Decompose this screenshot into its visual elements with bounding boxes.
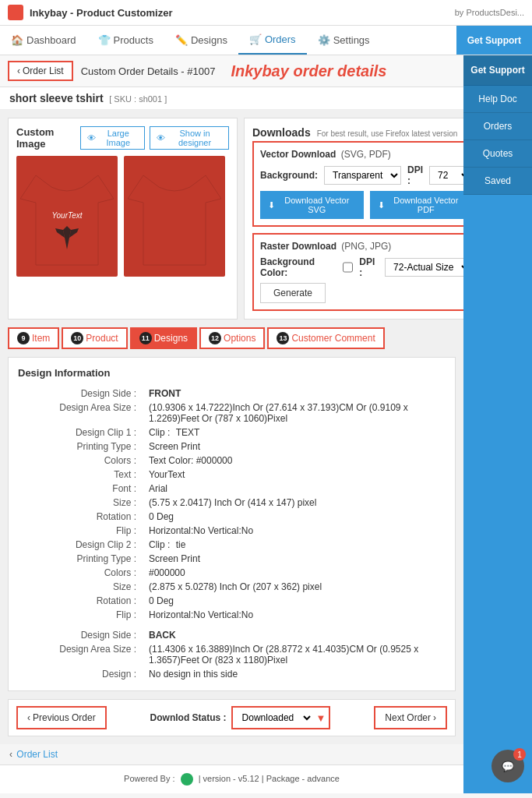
page-title: Inkybay order details (231, 62, 386, 80)
footer-breadcrumb: ‹ Order List (0, 744, 463, 764)
nav-products[interactable]: 👕 Products (87, 26, 164, 54)
previous-order-button[interactable]: ‹ Previous Order (16, 706, 107, 729)
nav-orders[interactable]: 🛒 Orders (238, 26, 307, 55)
eye-icon: 👁 (87, 133, 96, 143)
dpi-raster-label: DPI : (359, 256, 379, 278)
dpi-label: DPI : (407, 164, 423, 186)
app-logo-icon (8, 5, 23, 20)
footer-version: version - v5.12 (203, 774, 259, 783)
design-info-table: Design Side : FRONT Design Area Size : (… (18, 387, 446, 681)
tab-item[interactable]: 9 Item (8, 327, 59, 349)
download-pdf-button[interactable]: ⬇ Download Vector PDF (370, 191, 463, 219)
footer-powered: Powered By : (124, 774, 174, 783)
download-icon-pdf: ⬇ (378, 200, 385, 210)
product-name: short sleeve tshirt (9, 92, 104, 104)
background-label: Background: (260, 170, 318, 181)
clip1-value: TEXT (176, 427, 200, 438)
colors2-value: #000000 (149, 567, 185, 578)
custom-image-label: Custom Image (16, 126, 76, 150)
products-icon: 👕 (98, 34, 111, 46)
large-image-button[interactable]: 👁 Large Image (80, 126, 145, 150)
print-type1-value: Screen Print (149, 441, 200, 452)
tab-product[interactable]: 10 Product (62, 327, 127, 349)
vector-download-title: Vector Download (260, 149, 336, 160)
background-select[interactable]: Transparent White Black (324, 166, 401, 185)
dpi-raster-select[interactable]: 72-Actual Size 150 300 (385, 258, 463, 277)
print-type2-value: Screen Print (149, 553, 200, 564)
text1-value: YourText (149, 469, 185, 480)
orders-icon: 🛒 (249, 34, 262, 45)
tshirt-svg-back (128, 160, 221, 273)
chat-badge: 1 (513, 748, 526, 761)
dashboard-icon: 🏠 (11, 34, 23, 46)
download-svg-button[interactable]: ⬇ Download Vector SVG (260, 191, 364, 219)
get-support-side-button[interactable]: Get Support (463, 55, 532, 86)
footer-logo-icon (181, 773, 193, 786)
chevron-right-next-icon: › (433, 712, 436, 723)
settings-icon: ⚙️ (318, 34, 330, 46)
chat-bubble[interactable]: 💬 1 (491, 750, 524, 782)
bg-color-label: Background Color: (260, 256, 336, 278)
tab-options[interactable]: 12 Options (199, 327, 265, 349)
design-side-value: FRONT (149, 388, 181, 399)
powered-by: by ProductsDesi... (455, 8, 524, 17)
downloads-note: For best result, use Firefox latest vers… (317, 129, 458, 138)
status-dropdown-icon: ▼ (313, 712, 329, 724)
back-design-value: No design in this side (149, 669, 238, 680)
downloads-title: Downloads (252, 126, 311, 139)
vector-subtitle: (SVG, PDF) (341, 149, 391, 160)
nav-dashboard[interactable]: 🏠 Dashboard (0, 26, 87, 54)
flip2-value: Horizontal:No Vertical:No (149, 609, 253, 620)
product-image-back (124, 156, 225, 277)
product-sku: [ SKU : sh001 ] (109, 94, 167, 104)
saved-button[interactable]: Saved (463, 168, 532, 195)
clip2-value: tie (176, 539, 186, 550)
size1-value: (5.75 x 2.0417) Inch Or (414 x 147) pixe… (149, 497, 316, 508)
nav-designs[interactable]: ✏️ Designs (164, 26, 238, 54)
rotation2-value: 0 Deg (149, 595, 174, 606)
rotation1-value: 0 Deg (149, 511, 174, 522)
area-size-value: (10.9306 x 14.7222)Inch Or (27.614 x 37.… (149, 402, 408, 424)
download-icon-svg: ⬇ (268, 200, 275, 210)
get-support-button[interactable]: Get Support (456, 26, 532, 55)
design-info-title: Design Information (18, 367, 446, 379)
chevron-left-prev-icon: ‹ (27, 712, 30, 723)
footer-order-list-link[interactable]: Order List (16, 749, 58, 760)
chat-icon: 💬 (502, 761, 514, 772)
generate-button[interactable]: Generate (260, 283, 326, 303)
nav-settings[interactable]: ⚙️ Settings (307, 26, 381, 54)
help-doc-button[interactable]: Help Doc (463, 86, 532, 113)
bg-color-checkbox[interactable] (343, 262, 353, 273)
font1-value: Arial (149, 483, 167, 494)
tshirt-svg-front: YourText (20, 160, 114, 273)
raster-subtitle: (PNG, JPG) (341, 241, 391, 252)
colors1-value: Text Color: #000000 (149, 455, 232, 466)
flip1-value: Horizontal:No Vertical:No (149, 525, 253, 536)
tab-designs[interactable]: 11 Designs (130, 327, 197, 349)
orders-side-button[interactable]: Orders (463, 113, 532, 140)
chevron-left-footer-icon: ‹ (9, 749, 12, 760)
designs-icon: ✏️ (175, 34, 188, 46)
back-area-value: (11.4306 x 16.3889)Inch Or (28.8772 x 41… (149, 644, 418, 666)
next-order-button[interactable]: Next Order › (374, 706, 447, 729)
raster-title: Raster Download (260, 241, 336, 252)
order-list-button[interactable]: ‹ Order List (8, 61, 73, 81)
chevron-left-icon: ‹ (17, 65, 20, 76)
back-side-value: BACK (149, 630, 176, 641)
dpi-select[interactable]: 72 150 300 (429, 166, 463, 185)
page-label: Custom Order Details - #1007 (81, 65, 216, 77)
app-title: Inkybay - Product Customizer (30, 7, 172, 19)
footer-package: Package - advance (266, 774, 340, 783)
download-status-select[interactable]: Downloaded Pending Processing (233, 708, 313, 728)
size2-value: (2.875 x 5.0278) Inch Or (207 x 362) pix… (149, 581, 322, 592)
tab-customer-comment[interactable]: 13 Customer Comment (267, 327, 384, 349)
show-designer-button[interactable]: 👁 Show in designer (150, 126, 229, 150)
eye-icon-2: 👁 (157, 133, 165, 143)
svg-text:YourText: YourText (51, 211, 83, 220)
quotes-button[interactable]: Quotes (463, 140, 532, 168)
product-image-front: YourText (16, 156, 118, 277)
download-status-label: Downlod Status : (150, 712, 227, 723)
